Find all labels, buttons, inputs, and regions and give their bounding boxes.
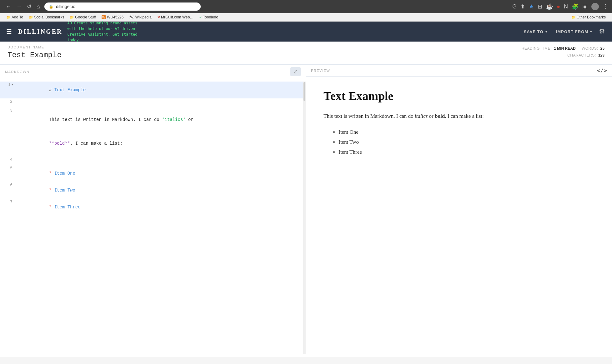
url-text: dillinger.io (56, 4, 75, 9)
profile-icon[interactable] (591, 3, 599, 10)
plain-text: This text is written in Markdown. I can … (49, 117, 162, 122)
markdown-pane-header: MARKDOWN ⤢ (0, 65, 306, 79)
list-item-text: Item Two (54, 188, 75, 193)
reading-time-label: READING TIME: (522, 46, 552, 51)
line-number-6: 6 (0, 182, 15, 188)
bookmark-social[interactable]: 📁 Social Bookmarks (26, 14, 67, 20)
line-num-text: 7 (10, 200, 13, 204)
list-mark: * (49, 205, 54, 210)
coffee-icon[interactable]: ☕ (546, 3, 553, 10)
share-icon[interactable]: ⬆ (520, 3, 525, 10)
x-icon: ✕ (157, 15, 160, 19)
preview-p-mid: or (428, 113, 435, 119)
code-editor[interactable]: 1 ▾ # Text Example 2 (0, 79, 306, 357)
code-line-4: 4 (0, 156, 303, 165)
doc-name-label: DOCUMENT NAME (8, 45, 62, 49)
back-button[interactable]: ← (4, 3, 13, 11)
words-value: 25 (600, 46, 604, 51)
save-to-label: SAVE TO (524, 29, 544, 34)
menu-dots-icon[interactable]: ⋮ (603, 3, 608, 10)
forward-button[interactable]: → (14, 3, 24, 11)
notion-icon[interactable]: N (564, 3, 568, 10)
save-to-button[interactable]: SAVE TO ▾ (520, 27, 551, 37)
bookmark-wikipedia[interactable]: W Wikipedia (127, 14, 154, 20)
wu-icon: W (102, 15, 106, 19)
line-num-text: 6 (10, 183, 13, 187)
scrollbar[interactable] (303, 82, 306, 354)
bookmark-wu[interactable]: W WU45226 (99, 14, 126, 20)
preview-content: Text Example This text is written in Mar… (306, 77, 612, 357)
app-logo: DILLINGER (18, 28, 62, 35)
scrollbar-thumb[interactable] (303, 82, 305, 101)
code-line-5: 5 * Item One (0, 165, 303, 182)
expand-button[interactable]: ⤢ (290, 67, 301, 76)
google-icon[interactable]: G (512, 3, 517, 10)
code-toggle-button[interactable]: </> (597, 67, 607, 74)
puzzle-icon[interactable]: 🧩 (572, 3, 579, 10)
doc-name: Test Example (8, 51, 62, 59)
characters-value: 123 (598, 53, 604, 57)
italic-mark-open: *italics* (162, 117, 186, 122)
bold-mark: **bold** (49, 141, 70, 146)
browser-ext2-icon[interactable]: ● (557, 3, 560, 10)
list-item-3: Item Three (339, 147, 594, 157)
bookmark-google[interactable]: 📁 Google Stuff (67, 14, 98, 20)
reading-time-value: 1 MIN READ (554, 46, 575, 51)
code-line-7: 7 * Item Three (0, 199, 303, 216)
sidebar-toggle-icon[interactable]: ▣ (582, 3, 588, 10)
line-num-text: 1 (8, 82, 11, 87)
extensions-icon[interactable]: ⊞ (538, 3, 542, 10)
line-content-5: * Item One (15, 165, 78, 182)
words-label: WORDS: (582, 46, 598, 51)
bookmark-toodledo[interactable]: ✓ Toodledo (197, 14, 221, 20)
bookmark-other[interactable]: 📁 Other Bookmarks (569, 14, 608, 20)
characters-row: CHARACTERS: 123 (522, 52, 604, 59)
browser-toolbar-icons: G ⬆ ★ ⊞ ☕ ● N 🧩 ▣ ⋮ (512, 3, 608, 10)
line-number-2: 2 (0, 98, 15, 105)
bookmark-mrguilt[interactable]: ✕ MrGuilt.com Web… (155, 14, 196, 20)
line-content-3: This text is written in Markdown. I can … (15, 107, 196, 156)
preview-pane: PREVIEW </> Text Example This text is wr… (306, 65, 612, 357)
ad-line1: AD Create stunning brand assets (67, 20, 173, 26)
line-content-7: * Item Three (15, 199, 83, 216)
ad-line2: with the help of our AI-driven (67, 26, 173, 32)
markdown-pane: MARKDOWN ⤢ 1 ▾ # Text Example (0, 65, 306, 357)
import-from-caret-icon: ▾ (590, 30, 592, 33)
reload-button[interactable]: ↺ (25, 2, 33, 11)
code-line-3: 3 This text is written in Markdown. I ca… (0, 107, 303, 156)
header-actions: SAVE TO ▾ IMPORT FROM ▾ ⚙ (520, 26, 607, 37)
preview-paragraph: This text is written in Markdown. I can … (324, 112, 594, 121)
ad-line4: today. (67, 37, 173, 43)
line-number-7: 7 (0, 199, 15, 205)
code-lines: 1 ▾ # Text Example 2 (0, 82, 303, 354)
line-number-5: 5 (0, 165, 15, 172)
bookmark-label: MrGuilt.com Web… (161, 15, 193, 19)
import-from-button[interactable]: IMPORT FROM ▾ (552, 27, 596, 37)
line-num-text: 5 (10, 166, 13, 171)
expand-icon: ⤢ (293, 69, 298, 74)
line-content-1: # Text Example (15, 82, 88, 98)
preview-p-start: This text is written in Markdown. I can … (324, 113, 415, 119)
preview-p-end: . I can make a list: (445, 113, 484, 119)
home-button[interactable]: ⌂ (35, 3, 42, 11)
bookmark-add-to[interactable]: 📁 Add To (4, 14, 26, 20)
bookmark-star-icon[interactable]: ★ (529, 3, 534, 10)
doc-info-bar: DOCUMENT NAME Test Example READING TIME:… (0, 42, 612, 65)
line-content-4 (15, 156, 20, 158)
hamburger-button[interactable]: ☰ (5, 27, 13, 37)
line-content-2 (15, 98, 20, 100)
check-icon: ✓ (199, 15, 202, 19)
list-item-2: Item Two (339, 137, 594, 147)
code-line-1: 1 ▾ # Text Example (0, 82, 303, 98)
address-bar[interactable]: 🔒 dillinger.io (44, 2, 201, 11)
settings-button[interactable]: ⚙ (597, 26, 607, 37)
reading-time-row: READING TIME: 1 MIN READ WORDS: 25 (522, 45, 604, 52)
bookmark-label: Wikipedia (135, 15, 152, 19)
plain-text-2: or (186, 117, 193, 122)
editor-area: MARKDOWN ⤢ 1 ▾ # Text Example (0, 65, 612, 357)
preview-pane-header: PREVIEW </> (306, 65, 612, 77)
browser-chrome: ← → ↺ ⌂ 🔒 dillinger.io G ⬆ ★ ⊞ ☕ ● N 🧩 ▣… (0, 0, 612, 13)
browser-nav-buttons: ← → ↺ ⌂ (4, 2, 42, 11)
bookmark-label: WU45226 (107, 15, 123, 19)
import-from-label: IMPORT FROM (556, 29, 588, 34)
